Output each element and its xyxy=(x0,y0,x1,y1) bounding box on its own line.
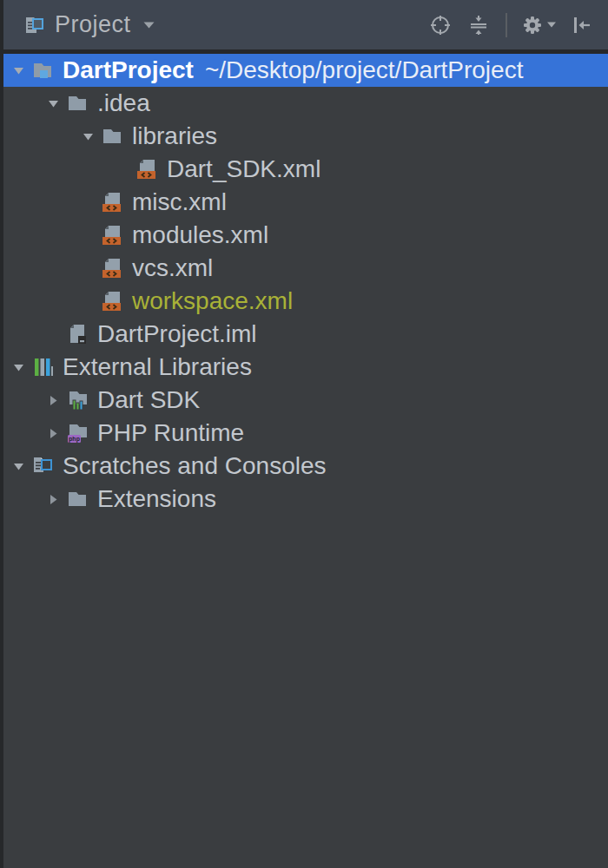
chevron-right-icon[interactable] xyxy=(42,493,64,506)
chevron-right-icon[interactable] xyxy=(42,394,64,407)
tree-item-dart-sdk-xml[interactable]: Dart_SDK.xml xyxy=(0,153,608,186)
chevron-down-icon[interactable] xyxy=(76,130,99,143)
tool-window-header: Project xyxy=(0,0,608,54)
tree-item-vcs-xml[interactable]: vcs.xml xyxy=(0,252,608,285)
folder-library-icon xyxy=(66,389,89,411)
tree-item-dartproject-iml[interactable]: DartProject.iml xyxy=(0,318,608,351)
xml-file-icon xyxy=(135,158,158,181)
iml-file-icon xyxy=(66,323,89,345)
chevron-down-icon[interactable] xyxy=(7,361,30,374)
xml-file-icon xyxy=(101,257,123,279)
tree-item-label: PHP Runtime xyxy=(97,421,244,445)
tree-item-label: Dart_SDK.xml xyxy=(167,157,321,181)
library-icon xyxy=(31,356,54,378)
tree-item-workspace-xml[interactable]: workspace.xml xyxy=(0,285,608,318)
collapse-all-icon xyxy=(467,14,490,36)
tree-item-dartproject[interactable]: DartProject~/Desktop/project/DartProject xyxy=(0,54,608,87)
chevron-down-icon[interactable] xyxy=(7,460,30,473)
tree-item-label: .idea xyxy=(97,91,150,115)
locate-icon xyxy=(429,14,452,36)
tree-item-label: External Libraries xyxy=(63,355,252,379)
folder-php-icon: php xyxy=(66,422,89,444)
settings-icon xyxy=(521,14,544,36)
toolbar-separator xyxy=(506,13,507,37)
xml-file-icon xyxy=(101,224,123,247)
folder-icon xyxy=(101,125,123,148)
folder-icon xyxy=(66,488,89,510)
tree-item-dart-sdk[interactable]: Dart SDK xyxy=(0,384,608,417)
locate-button[interactable] xyxy=(427,12,453,38)
tree-item-label: DartProject xyxy=(63,58,194,82)
view-selector-dropdown[interactable]: Project xyxy=(23,11,155,38)
tree-item-extensions[interactable]: Extensions xyxy=(0,483,608,516)
panel-left-edge xyxy=(0,0,3,868)
tree-item-label: vcs.xml xyxy=(132,256,213,280)
chevron-down-icon[interactable] xyxy=(7,64,30,77)
tree-item-path: ~/Desktop/project/DartProject xyxy=(205,58,524,82)
project-tree: DartProject~/Desktop/project/DartProject… xyxy=(0,54,608,868)
tree-item-label: modules.xml xyxy=(132,223,268,247)
collapse-all-button[interactable] xyxy=(466,12,492,38)
xml-file-icon xyxy=(101,290,123,312)
tree-item-label: workspace.xml xyxy=(132,289,293,313)
settings-button[interactable] xyxy=(519,12,545,38)
hide-icon xyxy=(570,14,592,36)
scratches-icon xyxy=(31,455,54,477)
header-toolbar xyxy=(415,12,594,38)
tree-item-scratches-and-consoles[interactable]: Scratches and Consoles xyxy=(0,450,608,483)
tree-item-label: Extensions xyxy=(97,487,216,511)
tree-item-label: libraries xyxy=(132,124,217,148)
chevron-right-icon[interactable] xyxy=(42,427,64,440)
chevron-down-icon xyxy=(547,22,556,28)
tree-item-label: Dart SDK xyxy=(97,388,200,412)
chevron-down-icon xyxy=(143,22,155,29)
tree-item-php-runtime[interactable]: phpPHP Runtime xyxy=(0,417,608,450)
project-tool-window: Project DartProject~/Desktop/project/Dar… xyxy=(0,0,608,868)
tree-item-label: DartProject.iml xyxy=(97,322,257,346)
hide-panel-button[interactable] xyxy=(568,12,594,38)
tree-item-libraries[interactable]: libraries xyxy=(0,120,608,153)
tree-item-label: Scratches and Consoles xyxy=(63,454,327,478)
project-tool-window-icon xyxy=(23,14,45,36)
svg-text:php: php xyxy=(69,436,80,443)
tree-item-misc-xml[interactable]: misc.xml xyxy=(0,186,608,219)
xml-file-icon xyxy=(101,191,123,214)
folder-root-icon xyxy=(31,59,54,82)
folder-icon xyxy=(66,92,89,115)
tree-item-idea[interactable]: .idea xyxy=(0,87,608,120)
tree-item-modules-xml[interactable]: modules.xml xyxy=(0,219,608,252)
chevron-down-icon[interactable] xyxy=(42,97,64,110)
tree-item-label: misc.xml xyxy=(132,190,227,214)
tool-window-title: Project xyxy=(55,11,131,38)
tree-item-external-libraries[interactable]: External Libraries xyxy=(0,351,608,384)
